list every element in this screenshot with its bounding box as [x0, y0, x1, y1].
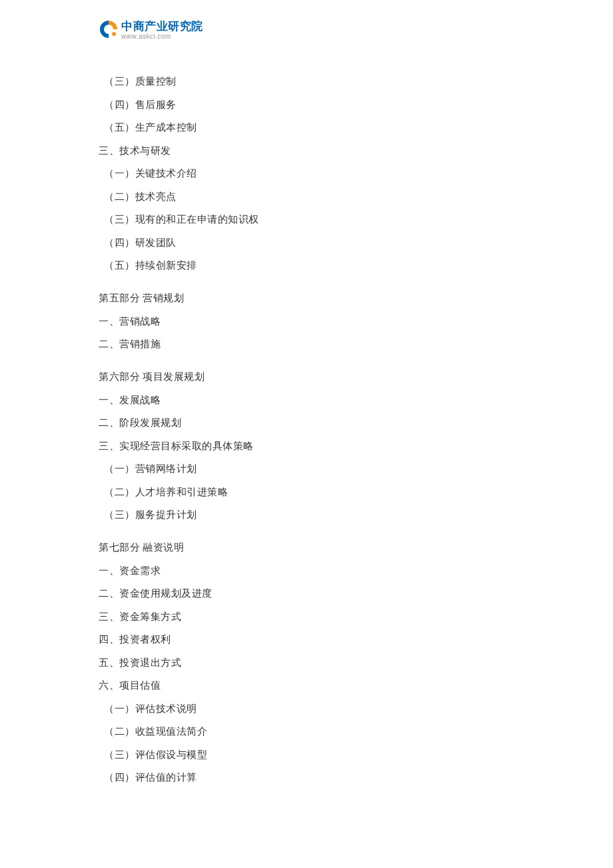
- outline-line: （五）生产成本控制: [99, 123, 512, 133]
- outline-line: 三、实现经营目标采取的具体策略: [99, 441, 512, 451]
- outline-line: （四）研发团队: [99, 238, 512, 248]
- svg-point-0: [112, 32, 116, 36]
- outline-line: （一）评估技术说明: [99, 704, 512, 714]
- outline-line: （二）技术亮点: [99, 192, 512, 202]
- header-logo: 中商产业研究院 www.askci.com: [99, 19, 203, 40]
- outline-line: 一、资金需求: [99, 566, 512, 576]
- outline-line: （二）人才培养和引进策略: [99, 487, 512, 497]
- outline-line: 四、投资者权利: [99, 635, 512, 645]
- outline-line: 二、营销措施: [99, 339, 512, 349]
- outline-line: 三、资金筹集方式: [99, 612, 512, 622]
- document-content: （三）质量控制（四）售后服务（五）生产成本控制三、技术与研发（一）关键技术介绍（…: [99, 77, 512, 796]
- outline-line: （四）评估值的计算: [99, 773, 512, 783]
- outline-line: 第五部分 营销规划: [99, 293, 512, 303]
- outline-line: 六、项目估值: [99, 681, 512, 691]
- outline-line: （四）售后服务: [99, 100, 512, 110]
- outline-line: （一）营销网络计划: [99, 464, 512, 474]
- logo-name-cn: 中商产业研究院: [121, 19, 203, 34]
- outline-line: （三）服务提升计划: [99, 510, 512, 520]
- outline-line: 二、阶段发展规划: [99, 418, 512, 428]
- outline-line: （三）现有的和正在申请的知识权: [99, 215, 512, 225]
- outline-line: 一、发展战略: [99, 395, 512, 405]
- logo-icon: [99, 19, 119, 39]
- outline-line: （三）评估假设与模型: [99, 750, 512, 760]
- outline-line: 一、营销战略: [99, 317, 512, 327]
- outline-line: （三）质量控制: [99, 77, 512, 87]
- outline-line: 第六部分 项目发展规划: [99, 372, 512, 382]
- outline-line: （五）持续创新安排: [99, 261, 512, 271]
- outline-line: （二）收益现值法简介: [99, 727, 512, 737]
- logo-texts: 中商产业研究院 www.askci.com: [121, 19, 203, 40]
- outline-line: （一）关键技术介绍: [99, 169, 512, 179]
- outline-line: 二、资金使用规划及进度: [99, 589, 512, 599]
- outline-line: 第七部分 融资说明: [99, 543, 512, 553]
- outline-line: 三、技术与研发: [99, 146, 512, 156]
- outline-line: 五、投资退出方式: [99, 658, 512, 668]
- logo-name-en: www.askci.com: [121, 33, 203, 40]
